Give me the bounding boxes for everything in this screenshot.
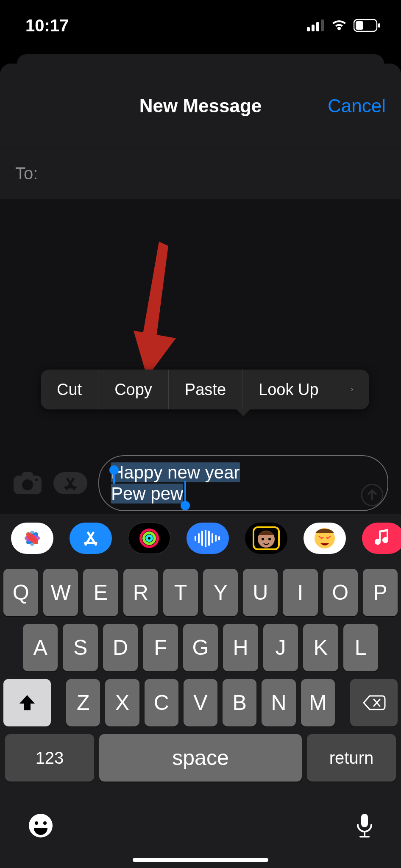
message-input[interactable]: Happy new year Pew pew	[98, 455, 388, 511]
key-d[interactable]: D	[103, 624, 138, 671]
key-row-2: A S D F G H J K L	[3, 624, 398, 671]
key-m[interactable]: M	[301, 679, 335, 726]
send-button[interactable]	[361, 484, 383, 506]
key-n[interactable]: N	[262, 679, 295, 726]
to-field[interactable]: To:	[0, 148, 401, 199]
cut-button[interactable]: Cut	[41, 370, 98, 409]
microphone-icon	[355, 812, 374, 839]
selected-text-line2: Pew pew	[111, 484, 183, 504]
svg-rect-2	[316, 22, 319, 31]
animoji-app[interactable]	[304, 523, 346, 554]
key-o[interactable]: O	[323, 569, 358, 616]
svg-point-11	[22, 479, 33, 490]
svg-rect-6	[378, 23, 380, 28]
key-p[interactable]: P	[363, 569, 398, 616]
waveform-icon	[194, 530, 222, 547]
svg-marker-7	[142, 242, 168, 343]
key-g[interactable]: G	[183, 624, 218, 671]
memoji-app[interactable]	[245, 523, 287, 554]
emoji-button[interactable]	[27, 812, 54, 839]
key-q[interactable]: Q	[3, 569, 38, 616]
svg-point-25	[147, 536, 152, 541]
status-time: 10:17	[25, 16, 69, 35]
to-label: To:	[15, 164, 38, 183]
key-e[interactable]: E	[83, 569, 118, 616]
camera-button[interactable]	[13, 471, 42, 495]
key-h[interactable]: H	[223, 624, 258, 671]
annotation-arrow-icon	[129, 242, 180, 377]
svg-rect-1	[312, 25, 315, 31]
emoji-icon	[27, 812, 54, 839]
key-i[interactable]: I	[283, 569, 317, 616]
key-w[interactable]: W	[43, 569, 78, 616]
key-b[interactable]: B	[223, 679, 256, 726]
svg-point-36	[262, 538, 264, 540]
key-x[interactable]: X	[105, 679, 139, 726]
key-z[interactable]: Z	[66, 679, 100, 726]
imessage-app-strip[interactable]	[0, 514, 401, 563]
key-l[interactable]: L	[343, 624, 378, 671]
cancel-button[interactable]: Cancel	[328, 95, 386, 117]
status-indicators	[307, 19, 381, 32]
conversation-area: Cut Copy Paste Look Up Happy new year	[0, 199, 401, 514]
space-key[interactable]: space	[99, 734, 302, 782]
audio-messages-app[interactable]	[187, 523, 229, 554]
numbers-key[interactable]: 123	[5, 734, 94, 782]
key-row-4: 123 space return	[3, 734, 398, 782]
appstore-a-icon	[80, 528, 101, 549]
shift-icon	[18, 693, 36, 712]
key-s[interactable]: S	[63, 624, 97, 671]
key-r[interactable]: R	[123, 569, 158, 616]
wifi-icon	[331, 19, 348, 32]
activity-app[interactable]	[128, 523, 170, 554]
nav-bar: New Message Cancel	[0, 64, 401, 148]
memoji-face-icon	[251, 526, 281, 550]
svg-rect-5	[356, 21, 363, 30]
copy-button[interactable]: Copy	[98, 370, 169, 409]
svg-point-41	[43, 821, 47, 825]
appstore-app[interactable]	[70, 523, 112, 554]
lookup-button[interactable]: Look Up	[242, 370, 335, 409]
svg-point-40	[35, 821, 38, 825]
key-y[interactable]: Y	[203, 569, 238, 616]
key-v[interactable]: V	[184, 679, 217, 726]
dictation-button[interactable]	[355, 812, 374, 839]
backspace-icon	[362, 694, 386, 711]
animoji-face-icon	[311, 526, 338, 550]
chevron-right-icon	[351, 382, 353, 397]
new-message-sheet: New Message Cancel To: Cut Copy Paste Lo…	[0, 64, 401, 868]
appstore-icon	[53, 471, 88, 495]
svg-rect-0	[307, 27, 310, 31]
key-j[interactable]: J	[263, 624, 298, 671]
photos-app[interactable]	[11, 523, 53, 554]
svg-point-37	[268, 538, 271, 540]
music-note-icon	[374, 529, 393, 548]
shift-key[interactable]	[3, 679, 51, 726]
key-c[interactable]: C	[145, 679, 178, 726]
apps-button[interactable]	[53, 471, 88, 495]
key-u[interactable]: U	[243, 569, 278, 616]
status-bar: 10:17	[0, 0, 401, 51]
photos-icon	[22, 528, 42, 548]
music-app[interactable]	[362, 523, 401, 554]
svg-rect-10	[22, 472, 33, 478]
text-edit-callout: Cut Copy Paste Look Up	[41, 370, 369, 409]
return-key[interactable]: return	[307, 734, 396, 782]
key-row-1: Q W E R T Y U I O P	[3, 569, 398, 616]
cellular-icon	[307, 19, 325, 31]
svg-rect-3	[321, 19, 324, 31]
key-k[interactable]: K	[303, 624, 338, 671]
battery-icon	[354, 19, 381, 32]
backspace-key[interactable]	[350, 679, 398, 726]
selection-end-handle[interactable]	[181, 501, 190, 510]
svg-point-12	[35, 479, 38, 481]
compose-row: Happy new year Pew pew	[0, 453, 401, 514]
more-actions-button[interactable]	[335, 370, 369, 409]
home-indicator[interactable]	[133, 858, 268, 862]
arrow-up-icon	[361, 484, 383, 506]
key-f[interactable]: F	[143, 624, 178, 671]
key-t[interactable]: T	[163, 569, 198, 616]
paste-button[interactable]: Paste	[169, 370, 242, 409]
selected-text-line1: Happy new year	[111, 462, 240, 482]
key-a[interactable]: A	[23, 624, 58, 671]
